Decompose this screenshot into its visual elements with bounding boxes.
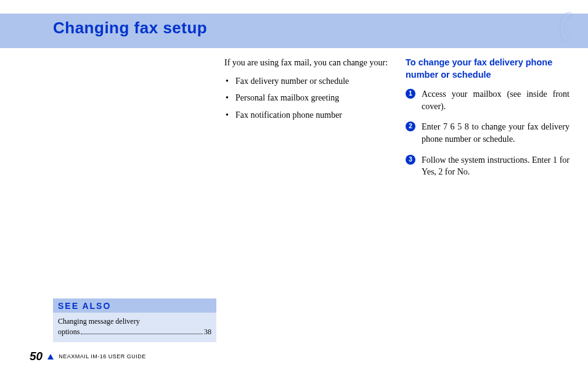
see-also-title: SEE ALSO [53,298,216,313]
page-footer: 50 NEAXMAIL IM-16 USER GUIDE [30,350,146,363]
see-also-line1: Changing message delivery [58,316,211,327]
content-area: If you are using fax mail, you can chang… [224,57,570,187]
footer-guide-name: NEAXMAIL IM-16 USER GUIDE [59,353,146,360]
see-also-body: Changing message delivery options 38 [53,313,216,342]
bullet-item: Personal fax mailbox greeting [235,92,388,104]
see-also-label: options [58,327,80,337]
see-also-box: SEE ALSO Changing message delivery optio… [53,298,216,342]
bullet-list: Fax delivery number or schedule Personal… [224,75,388,121]
procedure-heading: To change your fax delivery phone number… [406,57,570,81]
see-also-leader-dots [81,329,203,335]
left-column: If you are using fax mail, you can chang… [224,57,388,187]
intro-text: If you are using fax mail, you can chang… [224,57,388,69]
page-title: Changing fax setup [53,18,207,38]
bullet-item: Fax delivery number or schedule [235,75,388,88]
triangle-icon [47,354,54,360]
see-also-page-ref: 38 [204,327,211,337]
phone-handset-icon [553,11,577,43]
step-item: Access your mailbox (see inside front co… [406,88,570,112]
bullet-item: Fax notification phone number [235,109,388,121]
right-column: To change your fax delivery phone number… [406,57,570,187]
see-also-row: options 38 [58,327,211,337]
step-item: Enter 7 6 5 8 to change your fax deliver… [406,121,570,145]
step-item: Follow the system instructions. Enter 1 … [406,154,570,178]
step-list: Access your mailbox (see inside front co… [406,88,570,178]
page-number: 50 [30,350,43,363]
